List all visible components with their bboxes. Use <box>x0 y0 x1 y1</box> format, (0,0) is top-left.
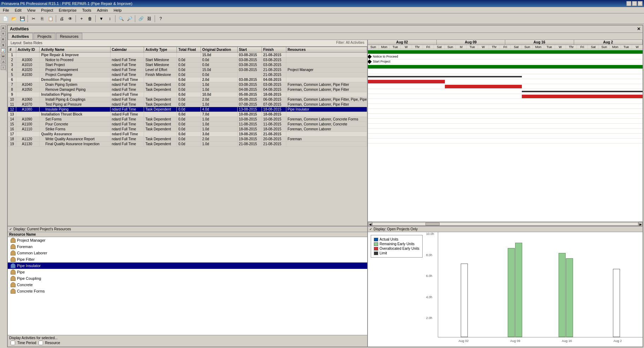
resource-name: Concrete <box>17 283 33 287</box>
display-activities-bar: Display Activities for selected... Time … <box>8 335 367 347</box>
help-btn[interactable]: ? <box>157 15 165 23</box>
table-row[interactable]: 6 Demolition Piping ndard Full Time 0.0d… <box>8 77 367 82</box>
table-row[interactable]: 9 Installation Piping ndard Full Time 0.… <box>8 92 367 97</box>
sidebar-issue-icon[interactable]: ! <box>1 65 6 70</box>
menu-project[interactable]: Project <box>40 8 54 12</box>
resource-item[interactable]: Pipe <box>8 269 367 275</box>
resource-item[interactable]: Pipe Fitter <box>8 256 367 263</box>
menu-tools[interactable]: Tools <box>81 8 93 12</box>
minimize-button[interactable]: _ <box>626 1 631 6</box>
table-row[interactable]: 4 A1020 Project Management ndard Full Ti… <box>8 67 367 72</box>
zoom-out-btn[interactable]: 🔎 <box>126 15 133 23</box>
cell-float: 0.0d <box>177 112 201 117</box>
table-row[interactable]: 2 A1000 Notice to Proceed ndard Full Tim… <box>8 58 367 63</box>
sidebar-wbs-icon[interactable]: W <box>1 54 6 59</box>
tab-resources[interactable]: Resources <box>56 33 83 40</box>
table-row[interactable]: 19 A1130 Final Quality Assurance Inspect… <box>8 142 367 147</box>
cell-duration: 1.0d <box>201 82 237 87</box>
gantt-scroll-right[interactable]: ► <box>638 222 643 226</box>
delete-btn[interactable]: 🗑 <box>86 15 94 23</box>
cell-num: 2 <box>8 58 16 63</box>
close-button[interactable]: ✕ <box>638 1 643 6</box>
sidebar-gantt-icon[interactable]: ≡ <box>1 31 6 36</box>
paste-btn[interactable]: 📋 <box>47 15 54 23</box>
table-row[interactable]: 1 Pipe Repair & Improve 15.0d 03-08-2015… <box>8 53 367 58</box>
cell-start: 10-08-2015 <box>237 112 262 117</box>
sort-btn[interactable]: ↕ <box>106 15 114 23</box>
histogram-display-label: Display: Open Projects Only <box>374 227 418 231</box>
table-row[interactable]: 14 A1090 Set Forms ndard Full Time Task … <box>8 117 367 122</box>
sidebar-report-icon[interactable]: 📊 <box>1 48 6 53</box>
resource-item[interactable]: Project Manager <box>8 237 367 243</box>
menu-file[interactable]: File <box>1 8 11 12</box>
legend-limit: Limit <box>374 251 419 255</box>
table-row[interactable]: 12 A1080 Insulate Piping ndard Full Time… <box>8 107 367 112</box>
table-row[interactable]: 5 A1030 Project Complete ndard Full Time… <box>8 72 367 77</box>
unlink-btn[interactable]: ⛓ <box>145 15 153 23</box>
table-row[interactable]: 15 A1100 Pour Concrete ndard Full Time T… <box>8 122 367 127</box>
save-btn[interactable]: 💾 <box>18 15 26 23</box>
cell-num: 5 <box>8 72 16 77</box>
preview-btn[interactable]: 👁 <box>66 15 74 23</box>
open-btn[interactable]: 📂 <box>10 15 18 23</box>
menu-view[interactable]: View <box>26 8 37 12</box>
menu-admin[interactable]: Admin <box>95 8 109 12</box>
resource-item[interactable]: Foreman <box>8 243 367 250</box>
filter-btn[interactable]: ▼ <box>97 15 105 23</box>
tab-activities[interactable]: Activities <box>8 33 33 40</box>
table-row[interactable]: 11 A1070 Test Piping at Pressure ndard F… <box>8 102 367 107</box>
sidebar-risk-icon[interactable]: ⚠ <box>1 59 6 64</box>
gantt-scroll-track[interactable] <box>372 222 638 226</box>
menu-help[interactable]: Help <box>112 8 123 12</box>
sidebar-resource-icon[interactable]: R <box>1 37 6 42</box>
menu-edit[interactable]: Edit <box>13 8 23 12</box>
table-row[interactable]: 18 A1120 Write Quality Assurance Report … <box>8 137 367 142</box>
resource-item[interactable]: Concrete <box>8 282 367 288</box>
table-row[interactable]: 8 A1050 Remove Damaged Piping ndard Full… <box>8 87 367 92</box>
menu-enterprise[interactable]: Enterprise <box>58 8 78 12</box>
activities-panel: Activities ✕ Activities Projects Resourc… <box>7 25 643 347</box>
table-row[interactable]: 3 A1010 Start Project ndard Full Time St… <box>8 63 367 67</box>
link-btn[interactable]: 🔗 <box>137 15 145 23</box>
activity-table[interactable]: # Activity ID Activity Name Calendar Act… <box>8 47 367 226</box>
table-header: # Activity ID Activity Name Calendar Act… <box>8 47 367 53</box>
new-btn[interactable]: 📄 <box>1 15 9 23</box>
resource-item[interactable]: Pipe Coupling <box>8 275 367 282</box>
cell-id: A1050 <box>16 87 40 92</box>
cell-float: 0.0d <box>177 58 201 63</box>
gantt-scroll-left[interactable]: ◄ <box>368 222 372 226</box>
cut-btn[interactable]: ✂ <box>30 15 37 23</box>
tab-projects[interactable]: Projects <box>34 33 55 40</box>
bar-aug02-white <box>461 264 468 337</box>
resource-checkbox[interactable] <box>38 341 43 345</box>
resource-item[interactable]: Pipe Insulator <box>8 263 367 269</box>
zoom-in-btn[interactable]: 🔍 <box>117 15 125 23</box>
maximize-button[interactable]: □ <box>632 1 637 6</box>
table-row[interactable]: 16 A1110 Strike Forms ndard Full Time Ta… <box>8 127 367 132</box>
activities-close-button[interactable]: ✕ <box>637 26 640 31</box>
gantt-red-bar <box>445 85 522 88</box>
table-row[interactable]: 13 Installation Thrust Block ndard Full … <box>8 112 367 117</box>
activities-title-bar: Activities ✕ <box>8 25 643 33</box>
table-row[interactable]: 7 A1040 Drain Piping System ndard Full T… <box>8 82 367 87</box>
table-row[interactable]: 10 A1060 Install Piping & Couplings ndar… <box>8 97 367 102</box>
resource-list[interactable]: Project ManagerForemanCommon LaborerPipe… <box>8 237 367 335</box>
gantt-body[interactable]: Pipe Repair & ImproveNotice to ProceedSt… <box>368 49 643 222</box>
gantt-scroll-thumb[interactable] <box>425 223 440 225</box>
bar-aug09a-green <box>508 248 515 337</box>
time-period-checkbox[interactable] <box>11 341 15 345</box>
separator6 <box>135 15 136 22</box>
gantt-row-line <box>368 114 643 119</box>
sidebar-activities-icon[interactable]: A <box>1 25 6 30</box>
resource-item[interactable]: Common Laborer <box>8 250 367 256</box>
table-row[interactable]: 17 Quality Assurance ndard Full Time 0.0… <box>8 132 367 137</box>
copy-btn[interactable]: ⎘ <box>38 15 46 23</box>
cell-type <box>144 77 177 82</box>
print-btn[interactable]: 🖨 <box>58 15 66 23</box>
cell-finish: 11-08-2015 <box>262 122 286 127</box>
add-btn[interactable]: + <box>78 15 85 23</box>
sidebar-cost-icon[interactable]: $ <box>1 42 6 47</box>
resource-item[interactable]: Concrete Forms <box>8 288 367 294</box>
gantt-scrollbar[interactable]: ◄ ► <box>368 222 643 226</box>
cell-finish: 18-08-2015 <box>262 107 286 112</box>
